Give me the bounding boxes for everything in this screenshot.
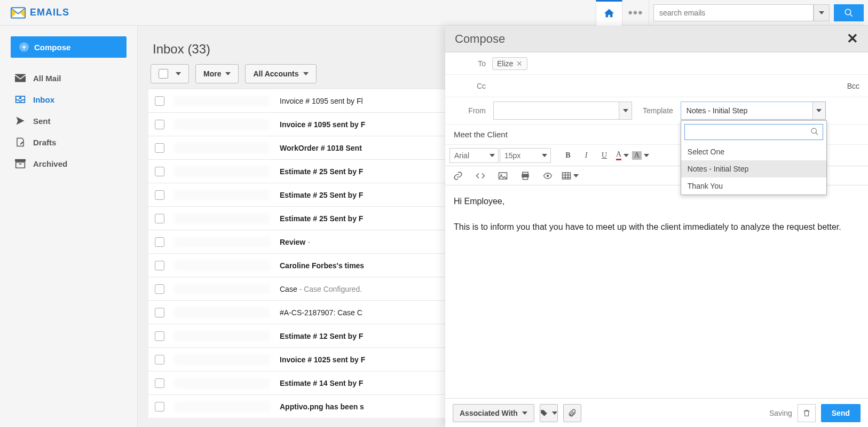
from-row: From Template Notes - Initial Step Selec… [445,97,868,125]
svg-rect-5 [16,162,25,168]
home-tab[interactable] [596,0,622,26]
search-dropdown-button[interactable] [814,4,830,21]
print-button[interactable] [517,168,534,184]
from-select[interactable] [493,102,632,120]
discard-button[interactable] [798,404,816,422]
row-checkbox[interactable] [155,331,164,341]
select-all-button[interactable] [151,64,189,83]
accounts-button[interactable]: All Accounts [245,64,316,83]
email-subject: Invoice # 1095 sent by F [280,120,365,129]
highlight-button[interactable]: A [632,147,649,164]
sidebar-item-label: Sent [33,117,51,126]
inbox-icon [15,95,26,104]
more-apps-button[interactable]: ••• [622,0,649,26]
row-checkbox[interactable] [155,214,164,223]
editor-body[interactable]: Hi Employee, This is to inform you that … [445,185,868,398]
template-search-input[interactable] [684,124,823,140]
sender-blurred [174,237,270,247]
email-subject: Caroline Forbes's times [280,261,364,270]
caret-down-icon [573,174,579,177]
table-button[interactable] [562,168,579,184]
row-checkbox[interactable] [155,167,164,176]
email-subject: Invoice # 1025 sent by F [280,355,365,364]
home-icon [603,7,615,19]
compose-button-label: Compose [34,43,70,52]
row-checkbox[interactable] [155,143,164,153]
row-checkbox[interactable] [155,355,164,364]
template-select[interactable]: Notes - Initial Step Select One Notes - … [681,102,826,120]
close-button[interactable]: ✕ [847,30,858,47]
underline-button[interactable]: U [596,147,613,164]
search-input[interactable] [653,4,814,21]
compose-header: Compose ✕ [445,26,868,52]
top-bar: EMAILS ••• [0,0,868,26]
app-logo: EMAILS [0,7,69,19]
row-checkbox[interactable] [155,284,164,294]
caret-down-icon [819,11,824,14]
search-button[interactable] [834,4,864,21]
font-family-select[interactable]: Arial [449,148,499,163]
link-icon [453,171,463,181]
text-color-button[interactable]: A [614,147,631,164]
row-checkbox[interactable] [155,402,164,412]
envelope-icon [11,7,26,19]
sidebar-item-sent[interactable]: Sent [0,110,137,131]
associated-with-button[interactable]: Associated With [453,404,534,422]
row-checkbox[interactable] [155,96,164,106]
bcc-toggle[interactable]: Bcc [847,82,859,90]
attach-button[interactable] [563,404,581,422]
sender-blurred [174,354,270,365]
print-icon [520,171,530,181]
image-button[interactable] [494,168,511,184]
row-checkbox[interactable] [155,237,164,247]
more-button[interactable]: More [195,64,239,83]
email-subject: Estimate # 25 Sent by F [280,167,363,176]
bold-button[interactable]: B [559,147,577,164]
row-checkbox[interactable] [155,190,164,200]
paperclip-icon [568,409,577,417]
svg-point-6 [811,128,816,133]
italic-button[interactable]: I [578,147,595,164]
sidebar-item-all-mail[interactable]: All Mail [0,67,137,89]
row-checkbox[interactable] [155,378,164,388]
to-row: To Elize ✕ [445,52,868,75]
email-subject: Estimate # 14 Sent by F [280,379,363,387]
sidebar-item-archived[interactable]: Archived [0,153,137,174]
template-select-value: Notes - Initial Step [686,106,747,115]
compose-title: Compose [455,32,505,46]
sidebar-item-label: Archived [33,159,67,168]
row-checkbox[interactable] [155,120,164,129]
sender-blurred [174,284,270,294]
remove-chip-icon[interactable]: ✕ [516,59,523,68]
code-button[interactable] [472,168,489,184]
caret-down-icon [225,72,231,75]
subject-text: Meet the Client [454,130,508,139]
svg-rect-3 [15,74,26,82]
sender-blurred [174,213,270,224]
sender-blurred [174,166,270,177]
sender-blurred [174,331,270,341]
body-line: Hi Employee, [454,195,859,208]
row-checkbox[interactable] [155,308,164,317]
svg-line-7 [816,133,818,135]
link-button[interactable] [449,168,467,184]
send-button[interactable]: Send [821,404,861,422]
font-size-select[interactable]: 15px [500,148,551,163]
caret-down-icon [816,109,822,112]
more-button-label: More [203,69,221,78]
sidebar-item-drafts[interactable]: Drafts [0,131,137,153]
caret-down-icon [552,412,557,415]
sidebar-item-inbox[interactable]: Inbox [0,89,137,110]
template-option-thank-you[interactable]: Thank You [681,177,826,195]
row-checkbox[interactable] [155,261,164,270]
caret-down-icon [623,109,628,112]
svg-rect-4 [15,159,26,162]
recipient-chip[interactable]: Elize ✕ [492,57,527,70]
preview-button[interactable] [539,168,556,184]
compose-button[interactable]: + Compose [11,36,127,58]
compose-panel: Compose ✕ To Elize ✕ Cc Bcc From Templat… [445,26,868,427]
template-option-notes[interactable]: Notes - Initial Step [681,160,826,177]
archive-icon [15,159,26,168]
tag-button[interactable] [540,404,558,422]
template-option-select-one[interactable]: Select One [681,143,826,160]
